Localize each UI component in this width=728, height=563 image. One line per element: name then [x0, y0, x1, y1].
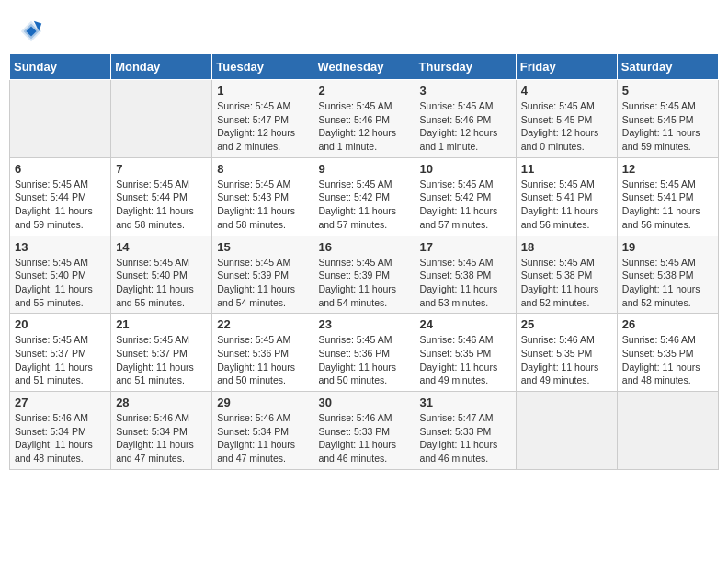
cell-content: Sunrise: 5:45 AM Sunset: 5:39 PM Dayligh…	[318, 256, 409, 310]
day-number: 4	[521, 84, 612, 98]
logo-icon	[18, 18, 44, 44]
calendar-cell: 6Sunrise: 5:45 AM Sunset: 5:44 PM Daylig…	[10, 157, 111, 236]
cell-content: Sunrise: 5:45 AM Sunset: 5:43 PM Dayligh…	[217, 178, 308, 232]
day-number: 1	[217, 84, 308, 98]
calendar-cell: 13Sunrise: 5:45 AM Sunset: 5:40 PM Dayli…	[10, 236, 111, 314]
calendar-cell	[617, 392, 718, 470]
calendar-table: SundayMondayTuesdayWednesdayThursdayFrid…	[9, 53, 719, 470]
calendar-cell: 4Sunrise: 5:45 AM Sunset: 5:45 PM Daylig…	[516, 80, 617, 158]
calendar-cell: 30Sunrise: 5:46 AM Sunset: 5:33 PM Dayli…	[313, 392, 415, 470]
calendar-cell	[516, 392, 617, 470]
cell-content: Sunrise: 5:45 AM Sunset: 5:37 PM Dayligh…	[116, 333, 207, 387]
cell-content: Sunrise: 5:45 AM Sunset: 5:42 PM Dayligh…	[420, 178, 511, 232]
cell-content: Sunrise: 5:45 AM Sunset: 5:39 PM Dayligh…	[217, 256, 308, 310]
cell-content: Sunrise: 5:45 AM Sunset: 5:40 PM Dayligh…	[15, 256, 106, 310]
day-header-thursday: Thursday	[415, 54, 516, 80]
day-header-monday: Monday	[111, 54, 212, 80]
cell-content: Sunrise: 5:46 AM Sunset: 5:35 PM Dayligh…	[622, 333, 713, 387]
cell-content: Sunrise: 5:46 AM Sunset: 5:33 PM Dayligh…	[318, 411, 409, 465]
calendar-cell: 14Sunrise: 5:45 AM Sunset: 5:40 PM Dayli…	[111, 236, 212, 314]
day-number: 10	[420, 162, 511, 176]
calendar-cell: 16Sunrise: 5:45 AM Sunset: 5:39 PM Dayli…	[313, 236, 415, 314]
day-number: 9	[318, 162, 409, 176]
cell-content: Sunrise: 5:46 AM Sunset: 5:34 PM Dayligh…	[15, 411, 106, 465]
cell-content: Sunrise: 5:45 AM Sunset: 5:45 PM Dayligh…	[521, 99, 612, 154]
cell-content: Sunrise: 5:45 AM Sunset: 5:38 PM Dayligh…	[420, 256, 511, 310]
calendar-cell: 23Sunrise: 5:45 AM Sunset: 5:36 PM Dayli…	[313, 314, 415, 392]
calendar-cell: 24Sunrise: 5:46 AM Sunset: 5:35 PM Dayli…	[415, 314, 516, 392]
cell-content: Sunrise: 5:46 AM Sunset: 5:34 PM Dayligh…	[116, 411, 207, 465]
day-number: 7	[116, 162, 207, 176]
cell-content: Sunrise: 5:45 AM Sunset: 5:45 PM Dayligh…	[622, 99, 713, 154]
cell-content: Sunrise: 5:46 AM Sunset: 5:35 PM Dayligh…	[521, 333, 612, 387]
calendar-cell: 8Sunrise: 5:45 AM Sunset: 5:43 PM Daylig…	[212, 157, 313, 236]
day-number: 26	[622, 317, 713, 331]
calendar-cell: 22Sunrise: 5:45 AM Sunset: 5:36 PM Dayli…	[212, 314, 313, 392]
day-number: 25	[521, 317, 612, 331]
calendar-cell: 17Sunrise: 5:45 AM Sunset: 5:38 PM Dayli…	[415, 236, 516, 314]
calendar-cell: 25Sunrise: 5:46 AM Sunset: 5:35 PM Dayli…	[516, 314, 617, 392]
day-number: 6	[15, 162, 106, 176]
calendar-week-2: 6Sunrise: 5:45 AM Sunset: 5:44 PM Daylig…	[10, 157, 719, 236]
cell-content: Sunrise: 5:45 AM Sunset: 5:36 PM Dayligh…	[318, 333, 409, 387]
calendar-cell: 10Sunrise: 5:45 AM Sunset: 5:42 PM Dayli…	[415, 157, 516, 236]
day-number: 3	[420, 84, 511, 98]
calendar-cell: 26Sunrise: 5:46 AM Sunset: 5:35 PM Dayli…	[617, 314, 718, 392]
day-number: 30	[318, 396, 409, 409]
calendar-week-3: 13Sunrise: 5:45 AM Sunset: 5:40 PM Dayli…	[10, 236, 719, 314]
day-header-sunday: Sunday	[10, 54, 111, 80]
calendar-cell: 31Sunrise: 5:47 AM Sunset: 5:33 PM Dayli…	[415, 392, 516, 470]
day-number: 18	[521, 240, 612, 254]
calendar-cell: 15Sunrise: 5:45 AM Sunset: 5:39 PM Dayli…	[212, 236, 313, 314]
day-number: 31	[420, 396, 511, 409]
calendar-cell: 18Sunrise: 5:45 AM Sunset: 5:38 PM Dayli…	[516, 236, 617, 314]
cell-content: Sunrise: 5:45 AM Sunset: 5:41 PM Dayligh…	[521, 178, 612, 232]
calendar-cell: 5Sunrise: 5:45 AM Sunset: 5:45 PM Daylig…	[617, 80, 718, 158]
day-number: 17	[420, 240, 511, 254]
day-header-friday: Friday	[516, 54, 617, 80]
day-number: 27	[15, 396, 106, 409]
calendar-cell: 9Sunrise: 5:45 AM Sunset: 5:42 PM Daylig…	[313, 157, 415, 236]
cell-content: Sunrise: 5:45 AM Sunset: 5:46 PM Dayligh…	[420, 99, 511, 154]
logo	[18, 18, 48, 44]
cell-content: Sunrise: 5:45 AM Sunset: 5:38 PM Dayligh…	[622, 256, 713, 310]
calendar-cell: 21Sunrise: 5:45 AM Sunset: 5:37 PM Dayli…	[111, 314, 212, 392]
day-header-wednesday: Wednesday	[313, 54, 415, 80]
calendar-cell: 7Sunrise: 5:45 AM Sunset: 5:44 PM Daylig…	[111, 157, 212, 236]
calendar-header-row: SundayMondayTuesdayWednesdayThursdayFrid…	[10, 54, 719, 80]
day-number: 11	[521, 162, 612, 176]
day-number: 12	[622, 162, 713, 176]
calendar-cell: 28Sunrise: 5:46 AM Sunset: 5:34 PM Dayli…	[111, 392, 212, 470]
day-header-saturday: Saturday	[617, 54, 718, 80]
calendar-cell: 1Sunrise: 5:45 AM Sunset: 5:47 PM Daylig…	[212, 80, 313, 158]
day-number: 28	[116, 396, 207, 409]
calendar-cell	[111, 80, 212, 158]
day-number: 8	[217, 162, 308, 176]
cell-content: Sunrise: 5:45 AM Sunset: 5:41 PM Dayligh…	[622, 178, 713, 232]
cell-content: Sunrise: 5:45 AM Sunset: 5:46 PM Dayligh…	[318, 99, 409, 154]
calendar-cell: 19Sunrise: 5:45 AM Sunset: 5:38 PM Dayli…	[617, 236, 718, 314]
calendar-cell	[10, 80, 111, 158]
day-number: 15	[217, 240, 308, 254]
day-number: 16	[318, 240, 409, 254]
day-number: 24	[420, 317, 511, 331]
day-header-tuesday: Tuesday	[212, 54, 313, 80]
cell-content: Sunrise: 5:45 AM Sunset: 5:47 PM Dayligh…	[217, 99, 308, 154]
day-number: 23	[318, 317, 409, 331]
day-number: 22	[217, 317, 308, 331]
day-number: 20	[15, 317, 106, 331]
calendar-cell: 2Sunrise: 5:45 AM Sunset: 5:46 PM Daylig…	[313, 80, 415, 158]
calendar-cell: 29Sunrise: 5:46 AM Sunset: 5:34 PM Dayli…	[212, 392, 313, 470]
calendar-week-1: 1Sunrise: 5:45 AM Sunset: 5:47 PM Daylig…	[10, 80, 719, 158]
cell-content: Sunrise: 5:45 AM Sunset: 5:44 PM Dayligh…	[116, 178, 207, 232]
day-number: 29	[217, 396, 308, 409]
calendar-cell: 11Sunrise: 5:45 AM Sunset: 5:41 PM Dayli…	[516, 157, 617, 236]
cell-content: Sunrise: 5:46 AM Sunset: 5:35 PM Dayligh…	[420, 333, 511, 387]
cell-content: Sunrise: 5:45 AM Sunset: 5:44 PM Dayligh…	[15, 178, 106, 232]
calendar-week-5: 27Sunrise: 5:46 AM Sunset: 5:34 PM Dayli…	[10, 392, 719, 470]
day-number: 5	[622, 84, 713, 98]
cell-content: Sunrise: 5:45 AM Sunset: 5:38 PM Dayligh…	[521, 256, 612, 310]
cell-content: Sunrise: 5:45 AM Sunset: 5:42 PM Dayligh…	[318, 178, 409, 232]
day-number: 2	[318, 84, 409, 98]
cell-content: Sunrise: 5:46 AM Sunset: 5:34 PM Dayligh…	[217, 411, 308, 465]
